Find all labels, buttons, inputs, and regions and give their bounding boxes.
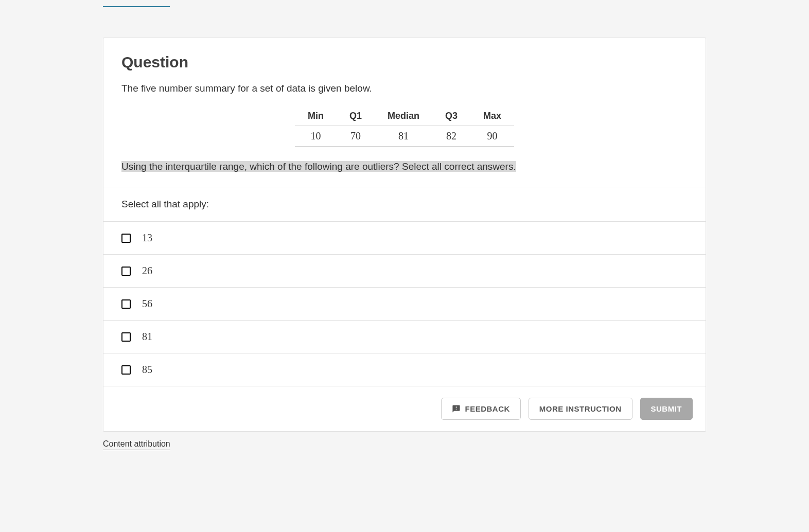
- cell-median: 81: [375, 126, 432, 146]
- action-bar: FEEDBACK MORE INSTRUCTION SUBMIT: [103, 386, 706, 431]
- question-card: Question The five number summary for a s…: [103, 38, 706, 432]
- option-label: 81: [142, 331, 152, 343]
- cell-min: 10: [295, 126, 337, 146]
- table-header-median: Median: [375, 107, 432, 126]
- checkbox-icon[interactable]: [121, 234, 131, 243]
- option-label: 13: [142, 232, 152, 244]
- checkbox-icon[interactable]: [121, 332, 131, 342]
- table-header-q3: Q3: [432, 107, 470, 126]
- feedback-chat-icon: [452, 404, 461, 413]
- content-attribution-link[interactable]: Content attribution: [103, 439, 170, 450]
- answer-option[interactable]: 85: [103, 353, 706, 386]
- cell-q1: 70: [337, 126, 375, 146]
- question-prompt: The five number summary for a set of dat…: [121, 81, 688, 96]
- answer-option[interactable]: 13: [103, 221, 706, 254]
- feedback-button[interactable]: FEEDBACK: [441, 398, 520, 420]
- top-link-area: [103, 0, 799, 14]
- answer-option[interactable]: 81: [103, 320, 706, 353]
- submit-button-label: SUBMIT: [651, 404, 682, 413]
- cell-max: 90: [470, 126, 514, 146]
- question-body: Question The five number summary for a s…: [103, 38, 706, 187]
- answer-option[interactable]: 56: [103, 287, 706, 320]
- answer-option[interactable]: 26: [103, 254, 706, 287]
- option-label: 85: [142, 364, 152, 376]
- cell-q3: 82: [432, 126, 470, 146]
- checkbox-icon[interactable]: [121, 365, 131, 375]
- question-highlighted-instruction: Using the interquartile range, which of …: [121, 161, 516, 172]
- more-instruction-button-label: MORE INSTRUCTION: [539, 404, 622, 413]
- option-label: 56: [142, 298, 152, 310]
- table-header-max: Max: [470, 107, 514, 126]
- feedback-button-label: FEEDBACK: [465, 404, 509, 413]
- question-title: Question: [121, 54, 688, 71]
- checkbox-icon[interactable]: [121, 267, 131, 276]
- five-number-summary-table: Min Q1 Median Q3 Max 10 70 81 82 90: [295, 107, 514, 147]
- select-all-header: Select all that apply:: [103, 187, 706, 221]
- more-instruction-button[interactable]: MORE INSTRUCTION: [529, 398, 632, 420]
- table-header-min: Min: [295, 107, 337, 126]
- submit-button[interactable]: SUBMIT: [640, 398, 693, 420]
- table-row: 10 70 81 82 90: [295, 126, 514, 146]
- checkbox-icon[interactable]: [121, 299, 131, 309]
- table-header-q1: Q1: [337, 107, 375, 126]
- top-link-underline[interactable]: [103, 6, 170, 7]
- option-label: 26: [142, 265, 152, 277]
